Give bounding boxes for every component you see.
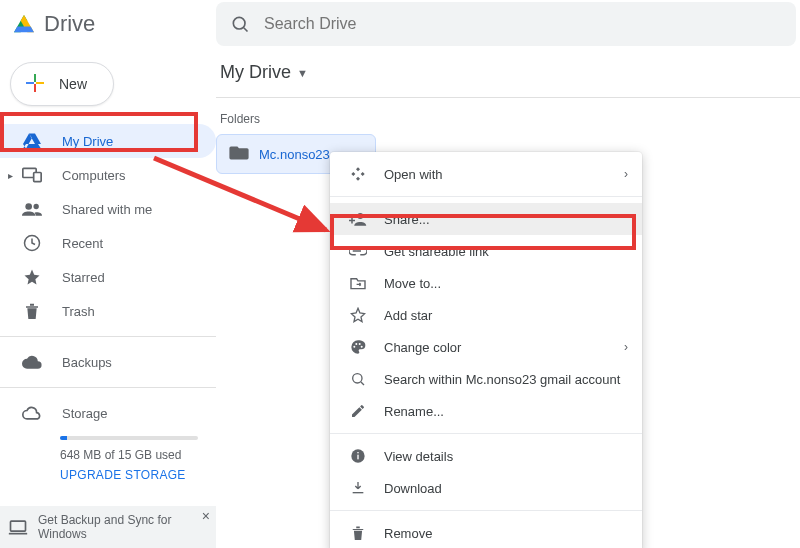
plus-icon — [23, 71, 47, 98]
sidebar-item-computers[interactable]: ▸ Computers — [0, 158, 216, 192]
drive-logo-icon — [14, 12, 34, 36]
drive-small-icon — [22, 133, 42, 149]
close-icon[interactable]: × — [202, 508, 210, 524]
upgrade-storage-link[interactable]: UPGRADE STORAGE — [60, 468, 198, 482]
svg-rect-16 — [357, 452, 358, 453]
cloud-solid-icon — [22, 355, 42, 369]
promo-text: Get Backup and Sync for Windows — [38, 513, 208, 542]
divider — [0, 336, 216, 337]
storage-used-text: 648 MB of 15 GB used — [60, 448, 198, 462]
new-button[interactable]: New — [10, 62, 114, 106]
svg-point-10 — [359, 343, 361, 345]
menu-label: Download — [384, 481, 442, 496]
brand[interactable]: Drive — [0, 11, 216, 37]
download-icon — [348, 480, 368, 496]
sidebar-item-backups[interactable]: Backups — [0, 345, 216, 379]
sidebar-item-recent[interactable]: Recent — [0, 226, 216, 260]
menu-label: Get shareable link — [384, 244, 489, 259]
sidebar-item-my-drive[interactable]: My Drive — [0, 124, 216, 158]
search-bar[interactable] — [216, 2, 796, 46]
svg-point-12 — [353, 374, 362, 383]
sidebar-item-trash[interactable]: Trash — [0, 294, 216, 328]
svg-point-0 — [233, 17, 245, 29]
menu-label: View details — [384, 449, 453, 464]
open-with-icon — [348, 166, 368, 182]
menu-remove[interactable]: Remove — [330, 517, 642, 548]
storage-progress — [60, 436, 198, 440]
sidebar-nav: My Drive ▸ Computers Shared with me — [0, 124, 216, 482]
clock-icon — [22, 234, 42, 252]
svg-rect-15 — [357, 455, 358, 460]
palette-icon — [348, 339, 368, 355]
folder-icon — [229, 145, 249, 164]
menu-get-link[interactable]: Get shareable link — [330, 235, 642, 267]
main-content: My Drive ▼ Folders Mc.nonso23... Open wi… — [216, 48, 800, 548]
chevron-down-icon: ▼ — [297, 67, 308, 79]
sidebar: New My Drive ▸ Computers — [0, 48, 216, 548]
menu-open-with[interactable]: Open with › — [330, 158, 642, 190]
edit-icon — [348, 403, 368, 419]
sidebar-item-label: Computers — [62, 168, 126, 183]
section-label-folders: Folders — [220, 112, 800, 126]
menu-download[interactable]: Download — [330, 472, 642, 504]
svg-rect-3 — [34, 173, 41, 182]
svg-rect-17 — [353, 492, 364, 493]
menu-label: Remove — [384, 526, 432, 541]
link-icon — [348, 246, 368, 256]
menu-separator — [330, 510, 642, 511]
menu-label: Open with — [384, 167, 443, 182]
sidebar-item-label: Trash — [62, 304, 95, 319]
menu-label: Change color — [384, 340, 461, 355]
new-button-label: New — [59, 76, 87, 92]
sidebar-item-shared[interactable]: Shared with me — [0, 192, 216, 226]
app-root: Drive New My Drive — [0, 0, 800, 548]
divider — [0, 387, 216, 388]
caret-icon: ▸ — [8, 170, 13, 181]
sidebar-item-label: Starred — [62, 270, 105, 285]
menu-label: Search within Mc.nonso23 gmail account — [384, 372, 620, 387]
menu-label: Share... — [384, 212, 430, 227]
folder-name: Mc.nonso23... — [259, 147, 341, 162]
sidebar-item-storage[interactable]: Storage — [0, 396, 216, 430]
sidebar-item-label: Backups — [62, 355, 112, 370]
chevron-right-icon: › — [624, 167, 628, 181]
svg-point-7 — [357, 213, 363, 219]
header: Drive — [0, 0, 800, 48]
search-input[interactable] — [264, 15, 782, 33]
sidebar-item-label: My Drive — [62, 134, 113, 149]
body: New My Drive ▸ Computers — [0, 48, 800, 548]
sidebar-item-label: Shared with me — [62, 202, 152, 217]
svg-point-4 — [25, 203, 32, 210]
menu-label: Move to... — [384, 276, 441, 291]
cloud-outline-icon — [22, 406, 42, 420]
menu-change-color[interactable]: Change color › — [330, 331, 642, 363]
devices-icon — [22, 167, 42, 183]
divider — [216, 97, 800, 98]
sidebar-item-label: Storage — [62, 406, 108, 421]
promo-banner[interactable]: Get Backup and Sync for Windows × — [0, 506, 216, 548]
svg-point-5 — [34, 204, 39, 209]
menu-move-to[interactable]: Move to... — [330, 267, 642, 299]
chevron-right-icon: › — [624, 340, 628, 354]
brand-title: Drive — [44, 11, 95, 37]
laptop-icon — [8, 519, 28, 535]
menu-label: Add star — [384, 308, 432, 323]
sidebar-item-starred[interactable]: Starred — [0, 260, 216, 294]
search-icon — [348, 371, 368, 387]
info-icon — [348, 448, 368, 464]
menu-view-details[interactable]: View details — [330, 440, 642, 472]
menu-add-star[interactable]: Add star — [330, 299, 642, 331]
menu-separator — [330, 196, 642, 197]
menu-share[interactable]: Share... — [330, 203, 642, 235]
menu-search-within[interactable]: Search within Mc.nonso23 gmail account — [330, 363, 642, 395]
svg-rect-18 — [11, 521, 26, 531]
people-icon — [22, 202, 42, 216]
breadcrumb[interactable]: My Drive ▼ — [216, 62, 800, 83]
trash-icon — [22, 302, 42, 320]
folder-move-icon — [348, 276, 368, 290]
trash-icon — [348, 525, 368, 541]
breadcrumb-label: My Drive — [220, 62, 291, 83]
svg-line-1 — [244, 28, 248, 32]
svg-point-11 — [361, 346, 363, 348]
menu-rename[interactable]: Rename... — [330, 395, 642, 427]
